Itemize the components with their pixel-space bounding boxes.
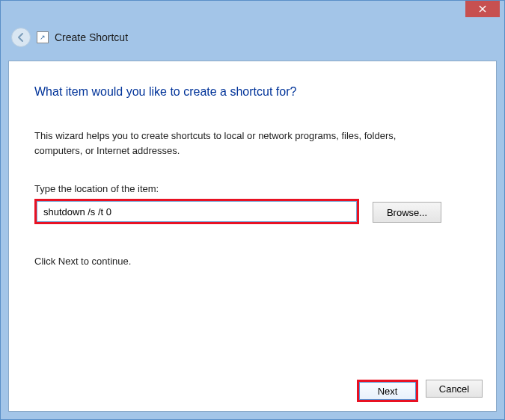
continue-text: Click Next to continue. [34,256,471,267]
next-button-highlight: Next [357,380,418,402]
titlebar [1,1,504,23]
input-label: Type the location of the item: [34,183,471,194]
location-input-highlight [34,199,359,224]
next-button[interactable]: Next [359,382,416,400]
browse-button[interactable]: Browse... [373,202,441,223]
location-input[interactable] [37,201,357,222]
window-title: Create Shortcut [55,31,128,43]
input-row: Browse... [34,199,471,224]
shortcut-icon: ↗ [37,31,49,43]
header-row: ↗ Create Shortcut [1,23,504,58]
cancel-button[interactable]: Cancel [426,380,483,398]
content-panel: What item would you like to create a sho… [8,61,497,412]
headline: What item would you like to create a sho… [34,85,471,99]
close-icon [479,5,486,13]
content-inner: What item would you like to create a sho… [9,61,496,371]
arrow-left-icon [16,32,26,43]
close-button[interactable] [465,1,500,17]
button-row: Next Cancel [9,371,496,411]
wizard-window: ↗ Create Shortcut What item would you li… [0,0,505,420]
description-text: This wizard helps you to create shortcut… [34,129,423,158]
back-button[interactable] [11,28,31,47]
